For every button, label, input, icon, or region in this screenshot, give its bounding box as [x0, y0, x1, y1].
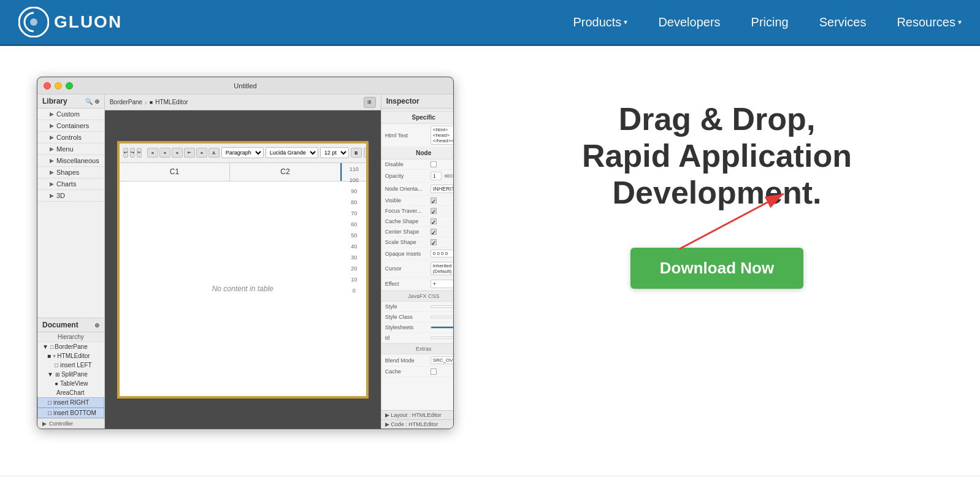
paragraph-select[interactable]: Paragraph: [221, 147, 264, 158]
font-select[interactable]: Lucida Grande: [266, 147, 318, 158]
nav-item-pricing[interactable]: Pricing: [751, 15, 789, 29]
inspector-node-orientation-row: Node Orienta... INHERIT: [381, 183, 454, 196]
scale-shape-label: Scale Shape: [385, 239, 428, 245]
sidebar-3d[interactable]: ▶3D: [37, 190, 104, 202]
node-orient-value[interactable]: INHERIT: [431, 185, 454, 193]
maximize-button[interactable]: [66, 82, 73, 90]
opaque-insets-label: Opaque Insets: [385, 251, 428, 257]
style-value[interactable]: [431, 305, 454, 308]
inspector-blend-mode-row: Blend Mode SRC_OVER: [381, 354, 454, 367]
tree-item-insert-right[interactable]: □ insert RIGHT: [37, 397, 104, 408]
align-right-btn[interactable]: ≡: [172, 148, 183, 158]
cache-checkbox[interactable]: [431, 368, 437, 375]
traffic-lights: [44, 82, 73, 90]
nav-item-developers[interactable]: Developers: [658, 15, 720, 29]
style-class-value[interactable]: [431, 316, 454, 318]
table-empty-message: No content in table: [120, 181, 366, 396]
color-btn[interactable]: A: [209, 148, 220, 158]
effect-value[interactable]: +: [431, 280, 454, 288]
center-shape-checkbox[interactable]: ✓: [431, 229, 437, 235]
tree-item-insert-bottom[interactable]: □ insert BOTTOM: [37, 408, 104, 418]
app-titlebar: Untitled: [37, 77, 453, 94]
document-section: Document ⊕ Hierarchy ▼ □ BorderPane ■ + …: [37, 318, 104, 418]
nav-item-services[interactable]: Services: [819, 15, 867, 29]
tree-item-insert-left[interactable]: □ insert LEFT: [37, 361, 104, 370]
breadcrumb-borderpane[interactable]: BorderPane: [110, 99, 142, 105]
library-label: Library: [42, 97, 67, 105]
bold-btn[interactable]: B: [351, 148, 362, 158]
canvas-content: C1 C2 1101009080706050403020100 N: [120, 163, 366, 396]
inspector-disable-row: Disable: [381, 159, 454, 170]
scale-shape-checkbox[interactable]: ✓: [431, 239, 437, 245]
visible-label: Visible: [385, 197, 428, 204]
inspector-center-shape-row: Center Shape ✓: [381, 227, 454, 237]
inspector-specific: Specific: [381, 112, 454, 124]
stylesheets-label: Stylesheets: [385, 324, 428, 330]
opacity-value[interactable]: 1: [431, 172, 442, 180]
undo-btn[interactable]: ↩: [123, 148, 128, 158]
html-text-value[interactable]: <html><head></head><: [431, 126, 454, 145]
stylesheets-value[interactable]: [431, 326, 454, 329]
nav-links: Products ▾ Developers Pricing Services R…: [573, 15, 962, 29]
inspector-label: Inspector: [386, 97, 419, 105]
minimize-button[interactable]: [55, 82, 62, 90]
id-label: Id: [385, 335, 428, 341]
tree-item-tableview[interactable]: ● TableView: [37, 379, 104, 388]
id-value[interactable]: [431, 337, 454, 339]
resources-chevron-icon: ▾: [958, 18, 962, 26]
controller-bar: ▶ Controller: [37, 418, 104, 429]
disable-checkbox[interactable]: [431, 161, 437, 167]
app-inspector: Inspector 🔍 Specific Html Text <html><he…: [381, 94, 454, 429]
tree-item-splitpane[interactable]: ▼ ⊞ SplitPane: [37, 370, 104, 379]
blend-mode-value[interactable]: SRC_OVER: [431, 356, 454, 364]
toolbar-expand-btn[interactable]: ⊞: [364, 97, 376, 108]
navbar: GLUON Products ▾ Developers Pricing Serv…: [0, 0, 980, 46]
inspector-cache-row: Cache: [381, 367, 454, 377]
sidebar-shapes[interactable]: ▶Shapes: [37, 167, 104, 178]
focus-checkbox[interactable]: ✓: [431, 208, 437, 214]
inspector-focus-row: Focus Traver... ✓: [381, 206, 454, 216]
nav-item-products[interactable]: Products ▾: [573, 15, 627, 29]
code-bar[interactable]: ▶ Code : HTMLEditor: [381, 419, 454, 429]
table-col-c1[interactable]: C1: [120, 163, 231, 181]
effect-label: Effect: [385, 281, 428, 287]
nav-item-resources[interactable]: Resources ▾: [897, 15, 962, 29]
layout-bar[interactable]: ▶ Layout : HTMLEditor: [381, 410, 454, 419]
opacity-slider[interactable]: [444, 174, 454, 178]
sidebar-misc[interactable]: ▶Miscellaneous: [37, 155, 104, 167]
tree-item-borderpane[interactable]: ▼ □ BorderPane: [37, 342, 104, 351]
cache-shape-label: Cache Shape: [385, 218, 428, 224]
sidebar-search[interactable]: 🔍 ⊕: [85, 98, 99, 105]
app-toolbar: BorderPane › ■ HTMLEditor ⊞: [105, 94, 381, 110]
breadcrumb-icon: ■: [150, 99, 153, 105]
opaque-insets-value[interactable]: 0 0 0 0: [431, 250, 454, 258]
close-button[interactable]: [44, 82, 51, 90]
indent-btn[interactable]: ⇤: [184, 148, 195, 158]
table-body: No content in table: [120, 181, 366, 396]
tree-item-htmleditor[interactable]: ■ + HTMLEditor: [37, 351, 104, 361]
size-select[interactable]: 12 pt: [320, 147, 349, 158]
redo-btn[interactable]: ↪: [130, 148, 135, 158]
sidebar-containers[interactable]: ▶Containers: [37, 120, 104, 132]
tree-item-areachart[interactable]: AreaChart: [37, 388, 104, 397]
document-settings[interactable]: ⊕: [94, 322, 99, 329]
sidebar-menu[interactable]: ▶Menu: [37, 143, 104, 155]
window-title: Untitled: [234, 82, 256, 90]
table-col-c2[interactable]: C2: [230, 163, 342, 181]
align-center-btn[interactable]: ≡: [159, 148, 170, 158]
cursor-value[interactable]: inherited (Default): [431, 262, 454, 275]
cache-shape-checkbox[interactable]: ✓: [431, 218, 437, 224]
brand-logo[interactable]: GLUON: [18, 7, 122, 37]
italic-btn[interactable]: I: [364, 148, 369, 158]
list-btn[interactable]: ≡: [196, 148, 207, 158]
sidebar-controls[interactable]: ▶Controls: [37, 132, 104, 143]
align-left-btn[interactable]: ≡: [147, 148, 158, 158]
sidebar-header: Library 🔍 ⊕: [37, 94, 104, 109]
style-label: Style: [385, 303, 428, 310]
inspector-opaque-insets-row: Opaque Insets 0 0 0 0: [381, 248, 454, 260]
sidebar-charts[interactable]: ▶Charts: [37, 178, 104, 190]
breadcrumb-htmleditor[interactable]: HTMLEditor: [155, 99, 188, 105]
cut-btn[interactable]: ✂: [137, 148, 142, 158]
sidebar-custom[interactable]: ▶Custom: [37, 109, 104, 120]
visible-checkbox[interactable]: ✓: [431, 197, 437, 204]
